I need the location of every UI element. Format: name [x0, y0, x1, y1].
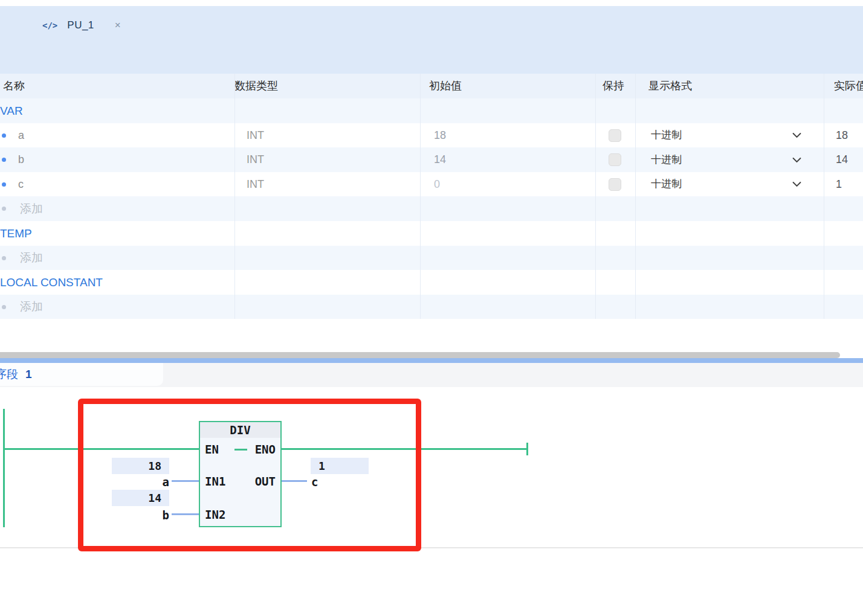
- data-type-cell[interactable]: INT: [234, 147, 432, 172]
- retain-cell: [595, 123, 635, 147]
- col-header-display-format: 显示格式: [635, 74, 837, 98]
- pin-eno: ENO: [255, 443, 276, 456]
- row-bullet-icon: [2, 182, 6, 187]
- row-bullet-icon: [2, 133, 6, 138]
- network-title[interactable]: 序段1: [0, 363, 163, 386]
- chevron-down-icon: [792, 179, 802, 191]
- column-divider: [420, 74, 421, 319]
- table-row: b INT 14 十进制 14: [0, 147, 863, 172]
- operand-in1[interactable]: a: [109, 476, 169, 488]
- network-label: 序段: [0, 368, 18, 380]
- pin-en: EN: [205, 443, 219, 456]
- row-bullet-icon: [2, 305, 6, 309]
- section-label-local-constant[interactable]: LOCAL CONSTANT: [0, 270, 234, 295]
- column-divider: [635, 74, 636, 319]
- add-variable-row[interactable]: 添加: [0, 196, 234, 221]
- en-eno-link: [234, 449, 247, 451]
- column-divider: [234, 74, 235, 319]
- pin-out: OUT: [255, 475, 276, 488]
- section-label-temp[interactable]: TEMP: [0, 221, 234, 246]
- table-header-row: 名称 数据类型 初始值 保持 显示格式 实际值: [0, 74, 863, 98]
- actual-value-cell: 14: [824, 147, 863, 172]
- display-format-select[interactable]: 十进制: [635, 172, 824, 196]
- actual-value-cell: 1: [824, 172, 863, 196]
- row-bullet-icon: [2, 256, 6, 260]
- retain-cell: [595, 172, 635, 196]
- add-label: 添加: [0, 196, 43, 221]
- wire-in2: [172, 513, 199, 515]
- table-row: VAR: [0, 98, 863, 123]
- monitor-value-in2: 14: [112, 490, 169, 506]
- wire-in1: [172, 480, 199, 482]
- column-divider: [824, 74, 824, 319]
- div-function-block[interactable]: DIV EN ENO IN1 OUT IN2: [199, 421, 282, 527]
- network-number: 1: [25, 368, 32, 380]
- block-title: DIV: [200, 422, 280, 438]
- row-bullet-icon: [2, 207, 6, 211]
- network-bottom-divider: [0, 547, 863, 548]
- toolbar: [0, 36, 863, 74]
- table-row: a INT 18 十进制 18: [0, 123, 863, 147]
- display-format-value: 十进制: [635, 172, 682, 196]
- actual-value-cell: 18: [824, 123, 863, 147]
- table-row: c INT 0 十进制 1: [0, 172, 863, 196]
- initial-value-cell[interactable]: 14: [420, 147, 609, 172]
- table-row: LOCAL CONSTANT: [0, 270, 863, 295]
- col-header-initial-value: 初始值: [420, 74, 604, 98]
- table-row: 添加: [0, 196, 863, 221]
- data-type-cell[interactable]: INT: [234, 172, 432, 196]
- add-label: 添加: [0, 246, 43, 270]
- chevron-down-icon: [792, 155, 802, 167]
- tab-pu1[interactable]: </> PU_1 ×: [35, 12, 139, 39]
- code-icon: </>: [42, 21, 57, 30]
- col-header-data-type: 数据类型: [234, 74, 420, 98]
- chevron-down-icon: [792, 130, 802, 143]
- table-row: TEMP: [0, 221, 863, 246]
- window-top-strip: [0, 0, 863, 6]
- monitor-value-out: 1: [311, 458, 369, 474]
- operand-in2[interactable]: b: [109, 509, 169, 521]
- name-cell[interactable]: c: [0, 172, 234, 196]
- name-cell[interactable]: a: [0, 123, 234, 147]
- col-header-name: 名称: [0, 74, 238, 98]
- retain-checkbox[interactable]: [609, 129, 621, 142]
- display-format-value: 十进制: [635, 123, 682, 147]
- rung-end-tick: [526, 443, 528, 455]
- retain-checkbox[interactable]: [609, 153, 621, 166]
- retain-checkbox[interactable]: [609, 178, 621, 191]
- horizontal-scrollbar-thumb[interactable]: [0, 352, 840, 358]
- tab-title: PU_1: [67, 19, 94, 31]
- pane-splitter[interactable]: [0, 358, 863, 363]
- add-variable-row[interactable]: 添加: [0, 246, 234, 270]
- add-label: 添加: [0, 295, 43, 319]
- row-bullet-icon: [2, 158, 6, 162]
- pin-in1: IN1: [205, 475, 225, 488]
- tab-bar: </> PU_1 ×: [0, 6, 863, 36]
- display-format-value: 十进制: [635, 147, 682, 172]
- section-label-var[interactable]: VAR: [0, 98, 234, 123]
- close-icon[interactable]: ×: [115, 19, 121, 31]
- add-variable-row[interactable]: 添加: [0, 295, 234, 319]
- pin-in2: IN2: [205, 508, 225, 521]
- column-divider: [595, 74, 596, 319]
- operand-out[interactable]: c: [311, 476, 372, 488]
- left-power-rail: [3, 409, 5, 527]
- retain-cell: [595, 147, 635, 172]
- table-row: 添加: [0, 295, 863, 319]
- data-type-cell[interactable]: INT: [234, 123, 432, 147]
- name-cell[interactable]: b: [0, 147, 234, 172]
- monitor-value-in1: 18: [112, 458, 169, 474]
- col-header-actual-value: 实际值: [824, 74, 863, 98]
- initial-value-cell[interactable]: 0: [420, 172, 609, 196]
- table-row: 添加: [0, 246, 863, 270]
- display-format-select[interactable]: 十进制: [635, 147, 824, 172]
- wire-out: [282, 480, 307, 482]
- initial-value-cell[interactable]: 18: [420, 123, 609, 147]
- display-format-select[interactable]: 十进制: [635, 123, 824, 147]
